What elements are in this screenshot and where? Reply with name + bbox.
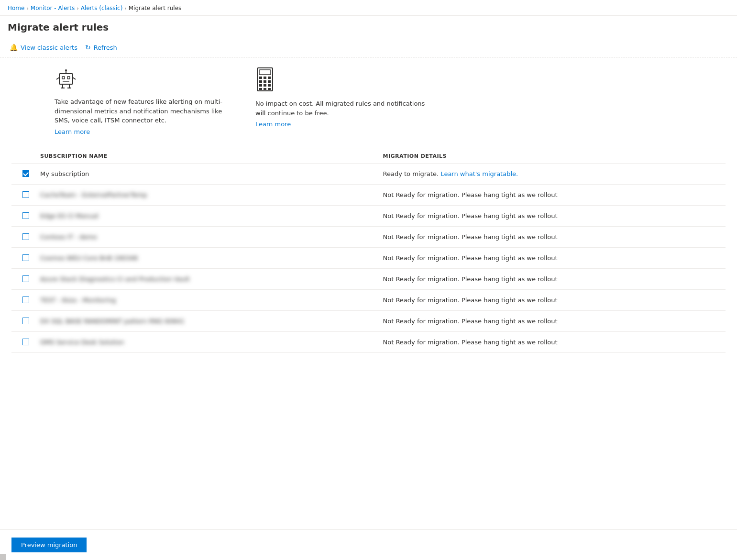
subscription-checkbox-9[interactable] [22, 339, 29, 345]
feature-cost-text: No impact on cost. All migrated rules an… [255, 99, 428, 118]
subscription-name-1: My subscription [40, 170, 383, 177]
table-row: Edge ES CI Manual Not Ready for migratio… [11, 206, 726, 227]
table-row: CacheTeam - ExternalPartnerTemp Not Read… [11, 185, 726, 206]
migration-detail-7: Not Ready for migration. Please hang tig… [383, 296, 726, 304]
bell-icon: 🔔 [10, 44, 18, 51]
checkbox-cell-1 [11, 170, 40, 177]
checkbox-cell-7 [11, 296, 40, 303]
migration-detail-6: Not Ready for migration. Please hang tig… [383, 275, 726, 283]
scrollbar-left[interactable] [0, 554, 6, 560]
breadcrumb-sep-2: › [77, 5, 78, 11]
svg-rect-21 [264, 84, 266, 87]
migration-detail-5: Not Ready for migration. Please hang tig… [383, 254, 726, 262]
svg-rect-16 [268, 77, 271, 79]
feature-new-text: Take advantage of new features like aler… [55, 97, 227, 125]
breadcrumb: Home › Monitor - Alerts › Alerts (classi… [0, 0, 737, 16]
svg-rect-12 [257, 68, 273, 91]
breadcrumb-current: Migrate alert rules [129, 5, 182, 11]
migration-detail-8: Not Ready for migration. Please hang tig… [383, 318, 726, 325]
checkbox-cell-8 [11, 318, 40, 324]
breadcrumb-sep-3: › [124, 5, 126, 11]
footer: Preview migration [0, 529, 737, 560]
checkbox-cell-9 [11, 339, 40, 345]
subscription-checkbox-2[interactable] [22, 191, 29, 198]
breadcrumb-alerts-classic[interactable]: Alerts (classic) [81, 5, 123, 11]
table-row: My subscription Ready to migrate. Learn … [11, 164, 726, 185]
table-header: SUBSCRIPTION NAME MIGRATION DETAILS [11, 149, 726, 164]
table-row: Cosmos WEU Core BnB 190348 Not Ready for… [11, 248, 726, 269]
svg-rect-1 [62, 77, 65, 79]
svg-rect-25 [268, 88, 271, 90]
checkbox-cell-6 [11, 275, 40, 282]
migration-detail-1: Ready to migrate. Learn what's migratabl… [383, 170, 726, 177]
subscriptions-table: SUBSCRIPTION NAME MIGRATION DETAILS My s… [11, 149, 726, 353]
table-row: Contoso IT - demo Not Ready for migratio… [11, 227, 726, 248]
col-header-migration: MIGRATION DETAILS [383, 153, 726, 159]
table-row: Azure Stack Diagnostics CI and Productio… [11, 269, 726, 290]
preview-migration-button[interactable]: Preview migration [11, 538, 87, 552]
feature-card-cost: No impact on cost. All migrated rules an… [255, 67, 428, 135]
subscription-name-8: DX SQL BASE RANDOMINT pattern RNG 60841 [40, 318, 383, 325]
subscription-name-7: TEST - Ibiza - Monitoring [40, 296, 383, 304]
main-content: Take advantage of new features like aler… [0, 57, 737, 362]
table-row: OMS Service Desk Solution Not Ready for … [11, 332, 726, 353]
migration-detail-2: Not Ready for migration. Please hang tig… [383, 191, 726, 198]
svg-rect-23 [259, 88, 262, 90]
view-classic-alerts-label: View classic alerts [21, 44, 77, 51]
svg-rect-24 [264, 88, 266, 90]
subscription-checkbox-3[interactable] [22, 212, 29, 219]
checkbox-cell-3 [11, 212, 40, 219]
svg-rect-18 [264, 80, 266, 83]
subscription-name-9: OMS Service Desk Solution [40, 339, 383, 346]
subscription-name-4: Contoso IT - demo [40, 233, 383, 241]
subscription-name-3: Edge ES CI Manual [40, 212, 383, 220]
migration-detail-9: Not Ready for migration. Please hang tig… [383, 339, 726, 346]
feature-new-learn-more[interactable]: Learn more [55, 128, 90, 135]
view-classic-alerts-button[interactable]: 🔔 View classic alerts [8, 41, 83, 54]
migration-detail-3: Not Ready for migration. Please hang tig… [383, 212, 726, 220]
refresh-label: Refresh [94, 44, 117, 51]
refresh-button[interactable]: ↻ Refresh [83, 41, 123, 54]
breadcrumb-monitor-alerts[interactable]: Monitor - Alerts [31, 5, 75, 11]
col-header-checkbox [11, 153, 40, 159]
checkbox-cell-5 [11, 254, 40, 261]
subscription-checkbox-7[interactable] [22, 296, 29, 303]
feature-cards: Take advantage of new features like aler… [11, 67, 726, 135]
learn-whats-migratable-link[interactable]: Learn what's migratable. [440, 170, 518, 177]
table-row: DX SQL BASE RANDOMINT pattern RNG 60841 … [11, 311, 726, 332]
subscription-name-6: Azure Stack Diagnostics CI and Productio… [40, 275, 383, 283]
col-header-subscription: SUBSCRIPTION NAME [40, 153, 383, 159]
svg-rect-0 [59, 74, 73, 84]
svg-rect-15 [264, 77, 266, 79]
svg-rect-2 [67, 77, 70, 79]
svg-rect-19 [268, 80, 271, 83]
checkbox-cell-4 [11, 233, 40, 240]
toolbar: 🔔 View classic alerts ↻ Refresh [0, 38, 737, 57]
subscription-name-5: Cosmos WEU Core BnB 190348 [40, 254, 383, 262]
svg-rect-17 [259, 80, 262, 83]
feature-card-new: Take advantage of new features like aler… [55, 67, 227, 135]
refresh-icon: ↻ [85, 44, 91, 51]
migration-ready-text: Ready to migrate. [383, 170, 439, 177]
svg-rect-20 [259, 84, 262, 87]
checkbox-cell-2 [11, 191, 40, 198]
subscription-name-2: CacheTeam - ExternalPartnerTemp [40, 191, 383, 198]
subscription-checkbox-5[interactable] [22, 254, 29, 261]
feature-cost-learn-more[interactable]: Learn more [255, 121, 291, 128]
robot-icon [55, 67, 227, 91]
svg-rect-22 [268, 84, 271, 87]
subscription-checkbox-6[interactable] [22, 275, 29, 282]
calculator-icon [255, 67, 428, 93]
subscription-checkbox-8[interactable] [22, 318, 29, 324]
svg-rect-13 [259, 70, 271, 75]
table-row: TEST - Ibiza - Monitoring Not Ready for … [11, 290, 726, 311]
page-title: Migrate alert rules [0, 16, 737, 38]
subscription-checkbox-4[interactable] [22, 233, 29, 240]
breadcrumb-home[interactable]: Home [8, 5, 24, 11]
breadcrumb-sep-1: › [26, 5, 28, 11]
svg-rect-14 [259, 77, 262, 79]
migration-detail-4: Not Ready for migration. Please hang tig… [383, 233, 726, 241]
svg-point-5 [65, 69, 67, 71]
subscription-checkbox-1[interactable] [22, 170, 29, 177]
